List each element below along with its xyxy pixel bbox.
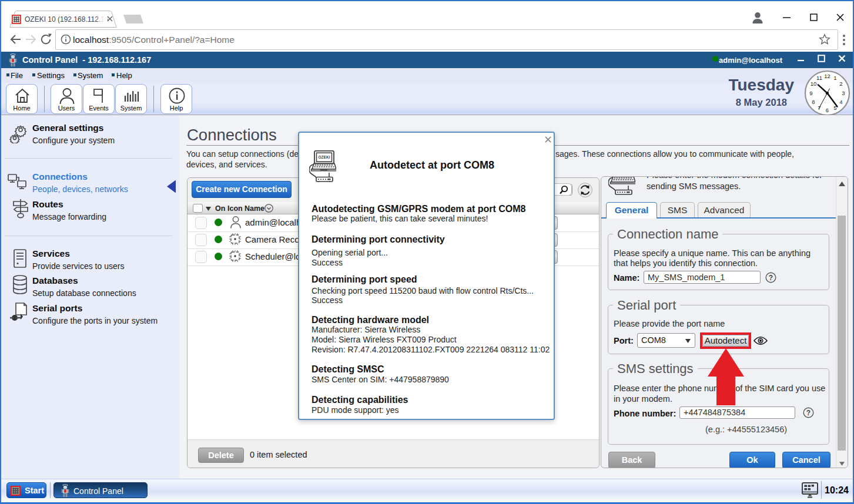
svg-text:9: 9 [809,90,812,96]
svg-text:?: ? [769,274,773,282]
svg-text:OZEKI: OZEKI [318,155,330,159]
svg-text:10: 10 [811,80,817,87]
svg-text:3: 3 [842,90,845,96]
svg-text:?: ? [806,409,811,417]
svg-text:2: 2 [839,80,842,87]
svg-text:6: 6 [826,107,829,113]
svg-text:4: 4 [839,99,842,105]
svg-text:12: 12 [824,73,830,79]
svg-text:8: 8 [812,99,815,105]
svg-text:1: 1 [833,75,836,81]
svg-text:11: 11 [816,75,822,81]
